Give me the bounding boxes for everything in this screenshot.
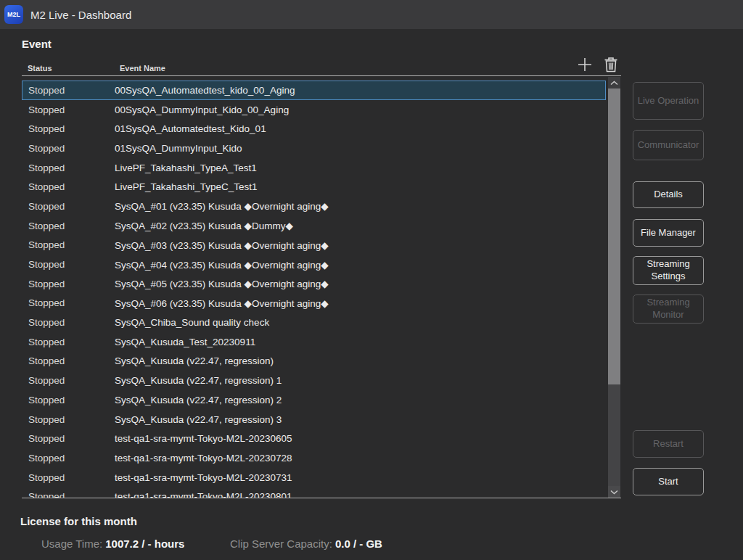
event-name-cell: SysQA_Kusuda (v22.47, regression) 3 xyxy=(115,414,282,425)
live-operation-button[interactable]: Live Operation xyxy=(633,82,704,120)
table-row[interactable]: Stopped 00SysQA_DummyInput_Kido_00_Aging xyxy=(22,100,606,120)
table-row[interactable]: Stopped SysQA_#04 (v23.35) Kusuda ◆Overn… xyxy=(22,255,606,274)
event-status-cell: Stopped xyxy=(22,104,115,115)
event-name-cell: SysQA_Chiba_Sound quality check xyxy=(115,317,269,328)
usage-time-value: 1007.2 / - hours xyxy=(105,538,184,550)
event-status-cell: Stopped xyxy=(22,491,115,498)
event-name-cell: SysQA_#02 (v23.35) Kusuda ◆Dummy◆ xyxy=(115,220,293,231)
table-row[interactable]: Stopped test-qa1-sra-mymt-Tokyo-M2L-2023… xyxy=(22,448,606,468)
event-status-cell: Stopped xyxy=(22,259,115,270)
event-status-cell: Stopped xyxy=(22,317,115,328)
event-name-cell: SysQA_#01 (v23.35) Kusuda ◆Overnight agi… xyxy=(115,200,329,212)
event-name-cell: SysQA_#05 (v23.35) Kusuda ◆Overnight agi… xyxy=(115,278,329,289)
table-row[interactable]: Stopped SysQA_#06 (v23.35) Kusuda ◆Overn… xyxy=(22,294,606,313)
event-status-cell: Stopped xyxy=(22,453,115,464)
event-name-cell: 00SysQA_DummyInput_Kido_00_Aging xyxy=(115,104,289,115)
event-section-heading: Event xyxy=(22,38,52,50)
table-row[interactable]: Stopped test-qa1-sra-mymt-Tokyo-M2L-2023… xyxy=(22,487,606,498)
chevron-up-icon xyxy=(610,81,618,86)
restart-button[interactable]: Restart xyxy=(633,430,704,458)
event-name-cell: SysQA_Kusuda (v22.47, regression) xyxy=(115,355,274,366)
event-name-cell: test-qa1-sra-mymt-Tokyo-M2L-20230728 xyxy=(115,453,292,464)
file-manager-button[interactable]: File Manager xyxy=(633,219,704,247)
add-event-button[interactable] xyxy=(575,55,594,74)
table-row[interactable]: Stopped 00SysQA_Automatedtest_kido_00_Ag… xyxy=(22,81,606,100)
table-row[interactable]: Stopped SysQA_Kusuda (v22.47, regression… xyxy=(22,352,606,371)
table-row[interactable]: Stopped 01SysQA_DummyInput_Kido xyxy=(22,139,606,158)
trash-icon xyxy=(603,56,619,73)
streaming-settings-button[interactable]: Streaming Settings xyxy=(633,256,704,285)
event-name-cell: LivePF_Takahashi_TypeA_Test1 xyxy=(115,162,257,173)
event-status-cell: Stopped xyxy=(22,414,115,425)
event-name-cell: test-qa1-sra-mymt-Tokyo-M2L-20230731 xyxy=(115,472,292,483)
table-row[interactable]: Stopped LivePF_Takahashi_TypeC_Test1 xyxy=(22,177,606,197)
license-heading: License for this month xyxy=(20,515,137,527)
event-name-cell: SysQA_#03 (v23.35) Kusuda ◆Overnight agi… xyxy=(115,239,329,251)
table-row[interactable]: Stopped SysQA_Kusuda (v22.47, regression… xyxy=(22,410,606,429)
scroll-up-button[interactable] xyxy=(608,77,620,88)
table-bottom-divider xyxy=(22,498,621,498)
column-header-event-name: Event Name xyxy=(120,64,165,73)
usage-time-label: Usage Time: xyxy=(41,538,102,550)
event-status-cell: Stopped xyxy=(22,85,115,96)
event-name-cell: SysQA_Kusuda_Test_20230911 xyxy=(115,337,255,347)
table-row[interactable]: Stopped SysQA_Chiba_Sound quality check xyxy=(22,313,606,332)
event-status-cell: Stopped xyxy=(22,221,115,231)
event-status-cell: Stopped xyxy=(22,472,115,483)
table-row[interactable]: Stopped SysQA_Kusuda (v22.47, regression… xyxy=(22,390,606,410)
event-status-cell: Stopped xyxy=(22,395,115,405)
table-row[interactable]: Stopped test-qa1-sra-mymt-Tokyo-M2L-2023… xyxy=(22,429,606,448)
event-table: Stopped 00SysQA_Automatedtest_kido_00_Ag… xyxy=(22,81,607,498)
start-button[interactable]: Start xyxy=(633,468,704,495)
table-row[interactable]: Stopped SysQA_Kusuda (v22.47, regression… xyxy=(22,371,606,390)
details-button[interactable]: Details xyxy=(633,181,704,208)
event-status-cell: Stopped xyxy=(22,355,115,366)
chevron-down-icon xyxy=(610,490,618,495)
table-row[interactable]: Stopped 01SysQA_Automatedtest_Kido_01 xyxy=(22,119,606,139)
table-row[interactable]: Stopped SysQA_#01 (v23.35) Kusuda ◆Overn… xyxy=(22,197,606,216)
table-row[interactable]: Stopped LivePF_Takahashi_TypeA_Test1 xyxy=(22,158,606,178)
streaming-monitor-button[interactable]: Streaming Monitor xyxy=(633,295,704,324)
event-status-cell: Stopped xyxy=(22,279,115,289)
event-name-cell: SysQA_Kusuda (v22.47, regression) 2 xyxy=(115,395,282,405)
table-row[interactable]: Stopped test-qa1-sra-mymt-Tokyo-M2L-2023… xyxy=(22,468,606,487)
table-header-divider xyxy=(22,75,621,76)
scrollbar-thumb[interactable] xyxy=(608,88,620,384)
table-row[interactable]: Stopped SysQA_#05 (v23.35) Kusuda ◆Overn… xyxy=(22,274,606,294)
event-status-cell: Stopped xyxy=(22,162,115,173)
window-title: M2 Live - Dashboard xyxy=(30,9,131,21)
delete-event-button[interactable] xyxy=(602,55,620,74)
event-name-cell: test-qa1-sra-mymt-Tokyo-M2L-20230605 xyxy=(115,433,292,444)
event-status-cell: Stopped xyxy=(22,201,115,212)
event-name-cell: 01SysQA_Automatedtest_Kido_01 xyxy=(115,123,266,134)
table-row[interactable]: Stopped SysQA_#03 (v23.35) Kusuda ◆Overn… xyxy=(22,236,606,255)
event-status-cell: Stopped xyxy=(22,239,115,250)
event-status-cell: Stopped xyxy=(22,123,115,134)
table-row[interactable]: Stopped SysQA_#02 (v23.35) Kusuda ◆Dummy… xyxy=(22,216,606,236)
usage-time-stat: Usage Time:1007.2 / - hours xyxy=(41,538,184,550)
event-status-cell: Stopped xyxy=(22,143,115,154)
column-header-status: Status xyxy=(28,64,52,73)
table-scrollbar[interactable] xyxy=(608,77,620,498)
communicator-button[interactable]: Communicator xyxy=(633,130,704,160)
scroll-down-button[interactable] xyxy=(608,486,620,498)
event-name-cell: 01SysQA_DummyInput_Kido xyxy=(115,143,242,154)
clip-server-capacity-value: 0.0 / - GB xyxy=(335,538,382,550)
event-status-cell: Stopped xyxy=(22,433,115,444)
event-status-cell: Stopped xyxy=(22,337,115,347)
table-row[interactable]: Stopped SysQA_Kusuda_Test_20230911 xyxy=(22,332,606,352)
event-name-cell: SysQA_#04 (v23.35) Kusuda ◆Overnight agi… xyxy=(115,259,329,271)
title-bar: M2L M2 Live - Dashboard xyxy=(0,0,743,29)
event-name-cell: SysQA_Kusuda (v22.47, regression) 1 xyxy=(115,375,282,386)
event-status-cell: Stopped xyxy=(22,297,115,308)
event-status-cell: Stopped xyxy=(22,375,115,386)
event-name-cell: test-qa1-sra-mymt-Tokyo-M2L-20230801 xyxy=(115,491,292,498)
event-name-cell: 00SysQA_Automatedtest_kido_00_Aging xyxy=(115,85,295,96)
plus-icon xyxy=(576,56,594,73)
event-status-cell: Stopped xyxy=(22,181,115,192)
app-logo-icon: M2L xyxy=(4,5,23,24)
event-name-cell: SysQA_#06 (v23.35) Kusuda ◆Overnight agi… xyxy=(115,297,329,309)
clip-server-capacity-label: Clip Server Capacity: xyxy=(230,538,332,550)
event-name-cell: LivePF_Takahashi_TypeC_Test1 xyxy=(115,181,258,192)
clip-server-capacity-stat: Clip Server Capacity:0.0 / - GB xyxy=(230,538,382,550)
